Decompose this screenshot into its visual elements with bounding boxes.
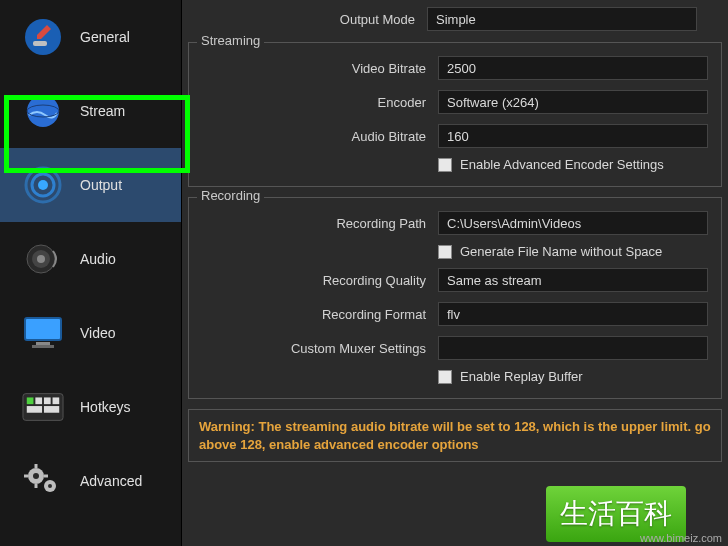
monitor-icon — [22, 312, 64, 354]
sidebar-item-hotkeys[interactable]: Hotkeys — [0, 370, 181, 444]
recording-quality-label: Recording Quality — [193, 273, 438, 288]
generate-filename-label: Generate File Name without Space — [460, 244, 662, 259]
svg-rect-10 — [25, 318, 61, 340]
sidebar-item-general[interactable]: General — [0, 0, 181, 74]
speaker-icon — [22, 238, 64, 280]
output-mode-select[interactable]: Simple — [427, 7, 697, 31]
muxer-label: Custom Muxer Settings — [193, 341, 438, 356]
sidebar-item-label: Advanced — [80, 473, 142, 489]
sidebar-item-label: Video — [80, 325, 116, 341]
recording-format-value: flv — [447, 307, 460, 322]
sidebar-item-video[interactable]: Video — [0, 296, 181, 370]
svg-point-4 — [38, 180, 48, 190]
recording-group: Recording Recording Path Generate File N… — [188, 197, 722, 399]
advanced-encoder-label: Enable Advanced Encoder Settings — [460, 157, 664, 172]
sidebar-item-label: Audio — [80, 251, 116, 267]
svg-point-23 — [33, 473, 39, 479]
recording-format-select[interactable]: flv — [438, 302, 708, 326]
sidebar-item-label: General — [80, 29, 130, 45]
recording-quality-value: Same as stream — [447, 273, 542, 288]
keyboard-icon — [22, 386, 64, 428]
muxer-input[interactable] — [438, 336, 708, 360]
watermark-url: www.bimeiz.com — [640, 532, 722, 544]
recording-quality-select[interactable]: Same as stream — [438, 268, 708, 292]
replay-buffer-label: Enable Replay Buffer — [460, 369, 583, 384]
encoder-value: Software (x264) — [447, 95, 539, 110]
recording-format-label: Recording Format — [193, 307, 438, 322]
output-mode-label: Output Mode — [182, 12, 427, 27]
broadcast-icon — [22, 164, 64, 206]
generate-filename-checkbox[interactable] — [438, 245, 452, 259]
video-bitrate-input[interactable] — [438, 56, 708, 80]
settings-sidebar: General Stream Output — [0, 0, 182, 546]
sidebar-item-label: Output — [80, 177, 122, 193]
recording-path-label: Recording Path — [193, 216, 438, 231]
streaming-group: Streaming Video Bitrate Encoder Software… — [188, 42, 722, 187]
svg-rect-15 — [27, 397, 34, 404]
svg-rect-1 — [33, 41, 47, 46]
svg-rect-13 — [32, 345, 54, 348]
advanced-encoder-checkbox[interactable] — [438, 158, 452, 172]
recording-path-input[interactable] — [438, 211, 708, 235]
svg-rect-16 — [35, 397, 42, 404]
globe-icon — [22, 90, 64, 132]
sidebar-item-stream[interactable]: Stream — [0, 74, 181, 148]
svg-rect-20 — [44, 406, 59, 413]
svg-point-24 — [48, 484, 52, 488]
sidebar-item-advanced[interactable]: Advanced — [0, 444, 181, 518]
encoder-select[interactable]: Software (x264) — [438, 90, 708, 114]
audio-bitrate-label: Audio Bitrate — [193, 129, 438, 144]
warning-text: Warning: The streaming audio bitrate wil… — [188, 409, 722, 462]
wrench-icon — [22, 16, 64, 58]
audio-bitrate-value: 160 — [447, 129, 469, 144]
audio-bitrate-select[interactable]: 160 — [438, 124, 708, 148]
sidebar-item-audio[interactable]: Audio — [0, 222, 181, 296]
svg-rect-12 — [36, 342, 50, 345]
replay-buffer-checkbox[interactable] — [438, 370, 452, 384]
sidebar-item-label: Stream — [80, 103, 125, 119]
svg-point-9 — [37, 255, 45, 263]
svg-rect-17 — [44, 397, 51, 404]
sidebar-item-output[interactable]: Output — [0, 148, 181, 222]
gears-icon — [22, 460, 64, 502]
streaming-legend: Streaming — [197, 33, 264, 48]
video-bitrate-label: Video Bitrate — [193, 61, 438, 76]
svg-rect-18 — [53, 397, 60, 404]
stamp-text: 生活百科 — [560, 495, 672, 533]
svg-rect-19 — [27, 406, 42, 413]
recording-legend: Recording — [197, 188, 264, 203]
sidebar-item-label: Hotkeys — [80, 399, 131, 415]
svg-point-2 — [27, 95, 59, 127]
settings-panel: Output Mode Simple Streaming Video Bitra… — [182, 0, 728, 546]
output-mode-value: Simple — [436, 12, 476, 27]
encoder-label: Encoder — [193, 95, 438, 110]
